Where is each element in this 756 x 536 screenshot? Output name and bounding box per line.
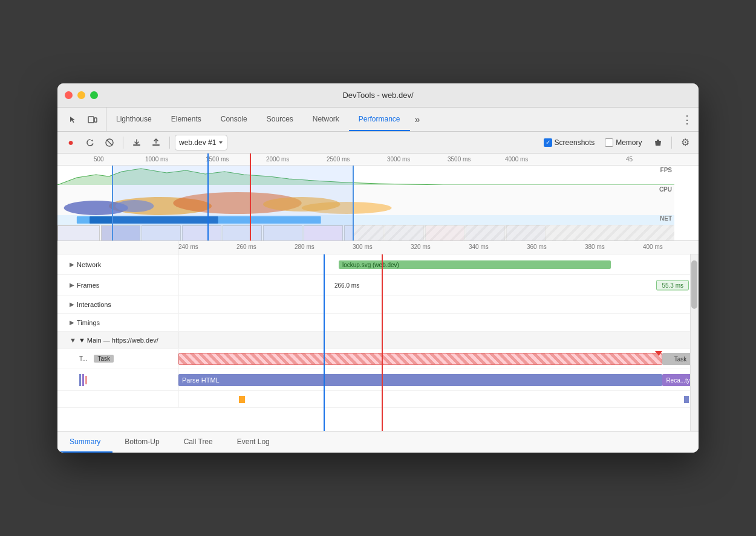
toolbar-divider-1 [123, 137, 123, 149]
task-row-label: T... Task [57, 349, 178, 369]
main-thread-label[interactable]: ▼ ▼ Main — https://web.dev/ [57, 332, 178, 348]
svg-rect-5 [152, 144, 160, 146]
detail-red-line [382, 254, 383, 431]
title-bar: DevTools - web.dev/ [57, 83, 699, 108]
network-expand-arrow[interactable]: ▶ [70, 261, 74, 268]
tracks-container: ▶ Network lockup.svg (web.dev) ▶ Frames … [57, 254, 699, 431]
svg-rect-0 [88, 117, 94, 123]
tab-sources[interactable]: Sources [257, 108, 303, 131]
frames-track-label[interactable]: ▶ Frames [57, 275, 178, 295]
ruler-tick-1000: 1000 ms [145, 156, 168, 163]
timings-expand-arrow[interactable]: ▶ [70, 319, 74, 326]
screenshots-checkbox[interactable]: ✓ [544, 138, 552, 147]
network-bar: lockup.svg (web.dev) [339, 260, 611, 269]
task-label-small: Task [94, 355, 114, 363]
network-label-text: Network [77, 261, 101, 268]
ruler-tick-3000: 3000 ms [387, 156, 410, 163]
traffic-lights [65, 91, 98, 99]
scrollbar-thumb[interactable] [691, 260, 697, 309]
detail-area: 240 ms 260 ms 280 ms 300 ms 320 ms 340 m… [57, 241, 699, 453]
detail-tick-280: 280 ms [295, 244, 314, 250]
detail-tick-260: 260 ms [236, 244, 256, 250]
detail-tick-380: 380 ms [585, 244, 605, 250]
detail-tick-320: 320 ms [411, 244, 431, 250]
ruler-tick-45: 45 [626, 156, 633, 163]
ruler-tick-2000: 2000 ms [266, 156, 289, 163]
interactions-label-text: Interactions [77, 301, 111, 308]
task-row: T... Task Task [57, 349, 699, 369]
toolbar-divider-3 [671, 137, 672, 149]
network-track-label[interactable]: ▶ Network [57, 254, 178, 274]
screenshots-checkbox-label[interactable]: ✓ Screenshots [544, 138, 595, 147]
extra-row-content [178, 391, 699, 407]
export-button[interactable] [148, 134, 165, 151]
main-collapse-arrow[interactable]: ▼ [70, 337, 76, 344]
record-button[interactable]: ● [62, 134, 79, 151]
devtools-window: DevTools - web.dev/ Lighthouse Elements … [57, 83, 699, 453]
detail-tick-340: 340 ms [469, 244, 489, 250]
parse-html-row-label [57, 369, 178, 390]
timeline-overview[interactable]: 500 1000 ms 1500 ms 2000 ms 2500 ms 3000… [57, 153, 699, 241]
detail-tick-360: 360 ms [527, 244, 547, 250]
tab-network[interactable]: Network [303, 108, 349, 131]
interactions-track-label[interactable]: ▶ Interactions [57, 295, 178, 313]
svg-line-3 [107, 140, 112, 145]
detail-ruler: 240 ms 260 ms 280 ms 300 ms 320 ms 340 m… [57, 241, 699, 254]
tab-overflow-button[interactable]: » [410, 108, 425, 131]
interactions-expand-arrow[interactable]: ▶ [70, 301, 74, 308]
close-button[interactable] [65, 91, 73, 99]
tabs-list: Lighthouse Elements Console Sources Netw… [106, 108, 676, 131]
reload-button[interactable] [82, 134, 99, 151]
tab-event-log[interactable]: Event Log [225, 431, 282, 453]
tab-icon-group [60, 108, 106, 131]
color-bar-3 [85, 376, 87, 384]
more-options-icon[interactable]: ⋮ [676, 108, 699, 131]
ruler-tick-500: 500 [94, 156, 104, 163]
long-task-marker [655, 351, 662, 356]
device-toggle-icon[interactable] [84, 111, 101, 128]
tab-performance[interactable]: Performance [349, 108, 410, 131]
tab-call-tree[interactable]: Call Tree [172, 431, 225, 453]
ruler-tick-2500: 2500 ms [327, 156, 350, 163]
main-thread-header-row: ▼ ▼ Main — https://web.dev/ [57, 332, 699, 349]
memory-checkbox[interactable] [605, 138, 613, 147]
vertical-scrollbar[interactable] [690, 254, 699, 431]
cursor-icon[interactable] [65, 111, 82, 128]
tab-summary[interactable]: Summary [57, 431, 112, 453]
clear-button[interactable] [101, 134, 118, 151]
parse-html-label: Parse HTML [182, 376, 220, 384]
parse-html-row: Parse HTML Reca...tyle [57, 369, 699, 391]
tab-elements[interactable]: Elements [161, 108, 211, 131]
svg-rect-1 [94, 118, 97, 122]
timings-track-label[interactable]: ▶ Timings [57, 314, 178, 331]
tab-lighthouse[interactable]: Lighthouse [106, 108, 161, 131]
url-selector[interactable]: web.dev #1 [175, 135, 227, 150]
frames-time: 266.0 ms [334, 282, 359, 288]
parse-html-bar: Parse HTML [178, 374, 662, 386]
screenshot-1 [57, 225, 100, 241]
selection-region[interactable] [112, 166, 354, 241]
bottom-tabs-bar: Summary Bottom-Up Call Tree Event Log [57, 431, 699, 453]
memory-checkbox-label[interactable]: Memory [605, 138, 642, 147]
tab-console[interactable]: Console [211, 108, 257, 131]
settings-button[interactable]: ⚙ [677, 134, 694, 151]
extra-row [57, 391, 699, 408]
url-value: web.dev #1 [179, 138, 216, 147]
frames-highlight: 55.3 ms [656, 280, 689, 290]
window-title: DevTools - web.dev/ [342, 91, 413, 100]
maximize-button[interactable] [90, 91, 98, 99]
ruler-tick-4000: 4000 ms [505, 156, 528, 163]
timings-track-row: ▶ Timings [57, 314, 699, 332]
screenshots-label: Screenshots [555, 138, 595, 147]
frames-expand-arrow[interactable]: ▶ [70, 282, 74, 288]
yellow-bar [239, 396, 245, 403]
ruler-tick-3500: 3500 ms [448, 156, 471, 163]
color-bar-1 [79, 374, 81, 386]
devtools-toolbar: ● web.dev # [57, 132, 699, 153]
minimize-button[interactable] [77, 91, 85, 99]
detail-blue-line [324, 254, 325, 431]
tab-bottom-up[interactable]: Bottom-Up [112, 431, 171, 453]
clear-recording-button[interactable] [650, 134, 666, 151]
import-button[interactable] [128, 134, 145, 151]
cpu-label: CPU [659, 186, 672, 193]
